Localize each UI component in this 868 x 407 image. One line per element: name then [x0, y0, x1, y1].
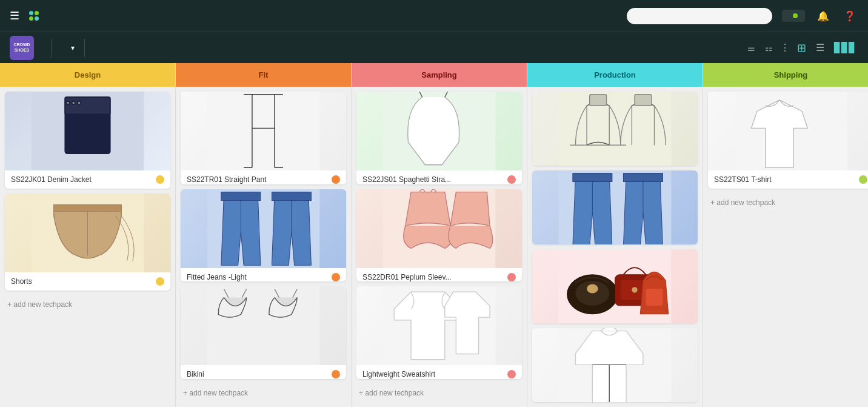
card-footer: Shorts: [5, 272, 170, 291]
user-chevron-icon[interactable]: ▾: [71, 44, 75, 52]
card-image: [181, 92, 346, 170]
status-dot: [507, 370, 516, 378]
logo-dots: [29, 11, 39, 21]
svg-rect-43: [646, 289, 663, 306]
card-title: Shorts: [11, 277, 32, 286]
view-controls: ⚌ ⚏ ⋮ ⊞ ☰ ▊▊▊: [745, 39, 858, 57]
menu-icon[interactable]: ☰: [10, 9, 19, 22]
card-image: [532, 328, 698, 402]
card-title: Lightweight Sweatshirt: [362, 370, 435, 378]
add-techpack-button[interactable]: + add new techpack: [5, 295, 170, 314]
column-header-production: Production: [527, 63, 703, 87]
svg-rect-33: [573, 173, 612, 182]
notification-icon[interactable]: 🔔: [815, 8, 832, 24]
card-footer: SS22TS01 T-shirt: [708, 170, 868, 189]
svg-point-42: [632, 287, 637, 292]
card-footer: SS22TR01 Straight Pant: [181, 170, 346, 184]
column-fit: Fit SS22TR01 Straight Pant Fitted Jeans …: [176, 63, 352, 407]
grid-view-icon[interactable]: ⊞: [795, 39, 809, 57]
list-item[interactable]: SS22TP01 Bell Sleeves Top: [532, 92, 698, 166]
status-dot: [859, 175, 867, 184]
card-title: Bikini: [187, 370, 204, 378]
list-view-icon[interactable]: ☰: [813, 39, 827, 56]
status-dot: [507, 175, 516, 184]
top-nav: ☰ 🔍 🔔 ❓: [0, 0, 868, 32]
svg-rect-21: [272, 192, 311, 200]
card-footer: Bikini: [181, 365, 346, 379]
svg-rect-10: [207, 92, 320, 170]
card-image: [356, 286, 522, 365]
column-header-shipping: Shipping: [703, 63, 868, 87]
add-techpack-button[interactable]: + add new techpack: [181, 384, 346, 402]
svg-rect-30: [635, 95, 652, 106]
card-image: [181, 189, 346, 268]
logo-dot-3: [29, 16, 33, 21]
card-footer: SS22JK01 Denim Jacket: [5, 170, 170, 189]
svg-point-39: [587, 284, 598, 294]
logo-dot-1: [29, 11, 33, 15]
column-header-design: Design: [0, 63, 175, 87]
list-item[interactable]: Bikini: [181, 286, 346, 379]
list-item[interactable]: Shorts: [5, 193, 170, 291]
list-item[interactable]: SS22JS01 Fitted Jeans D...: [532, 170, 698, 244]
card-image: [708, 92, 868, 170]
column-body-sampling: SS22JS01 Spaghetti Stra... SS22DR01 Pepl…: [352, 87, 527, 407]
column-shipping: Shipping SS22TS01 T-shirt+ add new techp…: [703, 63, 868, 407]
new-indicator: [793, 13, 798, 18]
nav-divider: [51, 39, 52, 57]
card-image: [181, 286, 346, 365]
list-item[interactable]: Fitted Jeans -Light: [181, 189, 346, 282]
column-body-fit: SS22TR01 Straight Pant Fitted Jeans -Lig…: [176, 87, 351, 407]
list-item[interactable]: SS22JK01 Denim Jacket: [5, 92, 170, 189]
bars-view-icon[interactable]: ▊▊▊: [832, 39, 858, 56]
brand-logo: CROWDSHOES: [10, 36, 34, 60]
board-container: Design SS22JK01 Denim Jacket Shorts+ add…: [0, 63, 868, 407]
list-item[interactable]: Lightweight Sweatshirt: [356, 286, 522, 379]
list-item[interactable]: SS22TR01 Straight Pant: [181, 92, 346, 184]
card-image: [356, 92, 522, 170]
card-footer: Lightweight Sweatshirt: [356, 365, 522, 379]
add-techpack-button[interactable]: + add new techpack: [356, 384, 522, 402]
more-options-icon[interactable]: ⋮: [780, 42, 790, 53]
svg-rect-2: [65, 97, 110, 114]
card-footer: SS22JS01 Spaghetti Stra...: [356, 170, 522, 184]
column-design: Design SS22JK01 Denim Jacket Shorts+ add…: [0, 63, 176, 407]
secondary-nav: CROWDSHOES ▾ ⚌ ⚏ ⋮ ⊞ ☰ ▊▊▊: [0, 32, 868, 63]
card-footer: SS22DR01 Peplum Sleev...: [356, 268, 522, 282]
card-title: SS22JK01 Denim Jacket: [11, 175, 92, 184]
column-production: Production SS22TP01 Bell Sleeves Top: [527, 63, 703, 407]
svg-rect-19: [221, 192, 261, 200]
status-dot: [332, 273, 340, 281]
add-techpack-button[interactable]: + add new techpack: [708, 193, 868, 212]
card-title: SS22TS01 T-shirt: [714, 175, 772, 184]
logo-dot-2: [35, 11, 39, 15]
list-item[interactable]: Hoodie: [532, 328, 698, 402]
card-title: SS22JS01 Spaghetti Stra...: [362, 175, 451, 184]
card-image: [5, 92, 170, 170]
svg-point-4: [66, 101, 70, 105]
list-item[interactable]: SS22TS01 T-shirt: [708, 92, 868, 189]
filter-icon[interactable]: ⚌: [745, 41, 758, 55]
list-item[interactable]: SS22DR01 Peplum Sleev...: [356, 189, 522, 282]
nav-divider-2: [84, 39, 85, 57]
card-image: [532, 249, 698, 323]
card-image: [356, 189, 522, 268]
column-header-sampling: Sampling: [352, 63, 527, 87]
status-dot: [332, 370, 340, 378]
search-input[interactable]: [627, 8, 772, 24]
svg-rect-29: [590, 95, 607, 106]
whats-new-button[interactable]: [782, 10, 805, 22]
status-dot: [332, 175, 340, 184]
search-wrap: 🔍: [627, 8, 772, 24]
status-dot: [507, 273, 516, 281]
card-footer: Fitted Jeans -Light: [181, 268, 346, 282]
list-item[interactable]: SS22JS01 Spaghetti Stra...: [356, 92, 522, 184]
card-image: [5, 193, 170, 272]
status-dot: [156, 277, 164, 286]
sort-icon[interactable]: ⚏: [763, 41, 775, 55]
card-image: [532, 170, 698, 244]
help-icon[interactable]: ❓: [841, 8, 858, 24]
card-title: SS22TR01 Straight Pant: [187, 175, 266, 184]
column-header-fit: Fit: [176, 63, 351, 87]
list-item[interactable]: Shoulder Bag: [532, 249, 698, 323]
